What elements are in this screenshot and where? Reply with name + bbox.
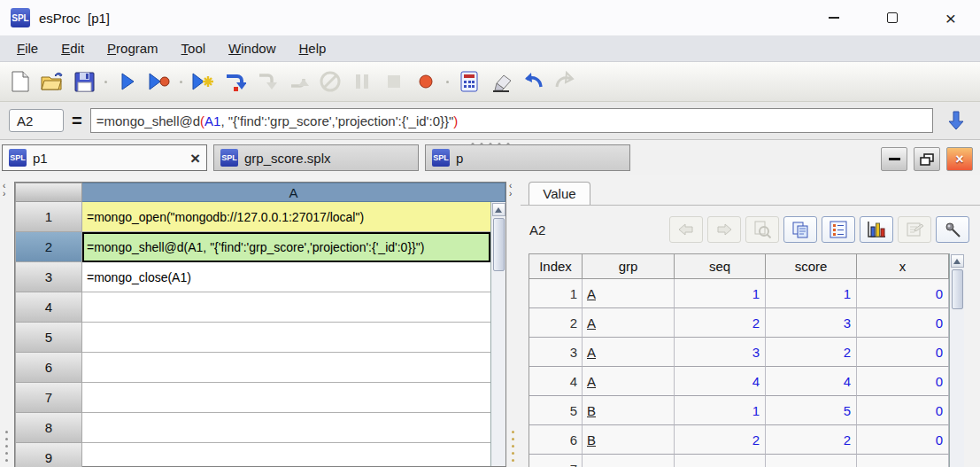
new-file-button[interactable] <box>9 70 32 93</box>
tab-value[interactable]: Value <box>529 182 590 205</box>
row-header-4[interactable]: 4 <box>15 292 82 323</box>
menu-file[interactable]: File <box>5 41 50 56</box>
value-cell-reference: A2 <box>529 222 545 237</box>
splitter-handle[interactable] <box>471 143 509 145</box>
scroll-thumb[interactable] <box>952 269 963 309</box>
scroll-up-icon[interactable] <box>492 203 505 216</box>
tab-close-icon[interactable]: × <box>190 150 200 167</box>
table-row: 7 <box>529 455 949 467</box>
row-header-3[interactable]: 3 <box>15 262 82 292</box>
col-header-score[interactable]: score <box>766 254 857 279</box>
redo-button <box>553 70 576 93</box>
row-header-7[interactable]: 7 <box>15 383 82 413</box>
copy-button[interactable] <box>783 216 817 243</box>
tab-grp-score[interactable]: SPL grp_score.splx <box>213 144 419 171</box>
grid-row-7: 7 <box>15 383 490 413</box>
cell-a4[interactable] <box>82 292 490 323</box>
workspace-restore-button[interactable] <box>914 147 940 171</box>
pause-icon <box>354 73 370 90</box>
chart-button[interactable] <box>860 216 893 243</box>
cell-a8[interactable] <box>82 413 490 443</box>
pin-button[interactable] <box>936 216 969 243</box>
col-header-index[interactable]: Index <box>529 254 583 279</box>
cell-a7[interactable] <box>82 383 490 413</box>
col-header-x[interactable]: x <box>857 254 949 279</box>
cell-a1[interactable]: =mongo_open("mongodb://127.0.0.1:27017/l… <box>82 202 490 232</box>
cell-a3[interactable]: =mongo_close(A1) <box>82 262 490 292</box>
menu-program[interactable]: Program <box>96 41 170 56</box>
grid-row-4: 4 <box>15 292 490 323</box>
formula-rest: , "{'find':'grp_score','projection':{'_i… <box>220 113 453 128</box>
grid-header-row: A <box>15 183 505 202</box>
formula-arg: A1 <box>204 113 220 128</box>
left-splitter[interactable]: ‹› <box>0 182 14 467</box>
column-header-a[interactable]: A <box>82 183 505 202</box>
row-header-6[interactable]: 6 <box>15 353 82 383</box>
maximize-button[interactable] <box>863 0 922 35</box>
grid-corner-cell[interactable] <box>15 183 82 202</box>
run-button[interactable] <box>116 70 139 93</box>
pushpin-icon <box>944 221 961 238</box>
col-header-grp[interactable]: grp <box>583 254 675 279</box>
bar-chart-icon <box>867 221 886 238</box>
middle-splitter[interactable]: ‹› <box>506 182 521 467</box>
row-header-5[interactable]: 5 <box>15 323 82 353</box>
save-button[interactable] <box>73 70 96 93</box>
collapse-arrows-icon: ‹› <box>3 182 5 198</box>
row-header-8[interactable]: 8 <box>15 413 82 443</box>
toolbar <box>0 62 980 102</box>
step-into-button <box>255 70 278 93</box>
row-header-2[interactable]: 2 <box>15 232 82 262</box>
edit-view-button <box>898 216 931 243</box>
cell-reference-input[interactable]: A2 <box>9 109 64 132</box>
col-header-seq[interactable]: seq <box>675 254 766 279</box>
open-file-button[interactable] <box>41 70 64 93</box>
calculate-cell-button[interactable] <box>458 70 481 93</box>
row-header-9[interactable]: 9 <box>15 443 82 467</box>
value-tab-strip: Value <box>521 182 980 206</box>
cell-a9[interactable] <box>82 443 490 467</box>
undo-icon <box>522 71 544 92</box>
tab-label: grp_score.splx <box>244 151 331 166</box>
close-icon: × <box>945 9 956 27</box>
options-list-button[interactable] <box>822 216 855 243</box>
table-row: 4 A 4 4 0 <box>529 367 949 396</box>
minimize-button[interactable] <box>805 0 863 35</box>
execute-button[interactable] <box>148 70 171 93</box>
tab-p1[interactable]: SPL p1 × <box>2 144 207 171</box>
maximize-icon <box>887 12 898 23</box>
splitter-dots-icon <box>512 431 514 462</box>
menu-edit[interactable]: Edit <box>50 41 96 56</box>
table-row: 3 A 3 2 0 <box>529 338 949 367</box>
expand-formula-button[interactable] <box>941 106 971 135</box>
grid-scrollbar[interactable] <box>490 202 505 466</box>
workspace-close-button[interactable]: × <box>946 147 973 171</box>
value-table-scrollbar[interactable] <box>949 253 964 467</box>
menu-help[interactable]: Help <box>287 41 337 56</box>
step-execute-button[interactable] <box>191 70 214 93</box>
spl-file-icon: SPL <box>220 149 238 167</box>
close-button[interactable]: × <box>922 0 980 35</box>
undo-button[interactable] <box>521 70 544 93</box>
list-icon <box>830 221 847 238</box>
back-button <box>669 216 703 243</box>
scroll-up-icon[interactable] <box>951 254 964 268</box>
scroll-thumb[interactable] <box>493 218 505 271</box>
workspace-minimize-button[interactable] <box>881 147 907 171</box>
menu-bar: File Edit Program Tool Window Help <box>0 35 980 62</box>
row-header-1[interactable]: 1 <box>15 202 82 232</box>
cell-a2-selected[interactable]: =mongo_shell@d(A1, "{'find':'grp_score',… <box>82 232 490 262</box>
step-out-icon <box>288 72 309 91</box>
tab-p[interactable]: SPL p <box>425 144 630 171</box>
formula-close-paren: ) <box>453 113 458 128</box>
menu-window[interactable]: Window <box>217 41 287 56</box>
cell-a5[interactable] <box>82 323 490 353</box>
run-current-cell-button[interactable] <box>223 70 246 93</box>
cell-a6[interactable] <box>82 353 490 383</box>
clear-button[interactable] <box>490 70 513 93</box>
eraser-icon <box>490 71 513 92</box>
menu-tool[interactable]: Tool <box>170 41 218 56</box>
run-icon <box>119 72 136 91</box>
formula-input[interactable]: =mongo_shell@d(A1, "{'find':'grp_score',… <box>90 108 933 133</box>
breakpoint-button[interactable] <box>414 70 437 93</box>
